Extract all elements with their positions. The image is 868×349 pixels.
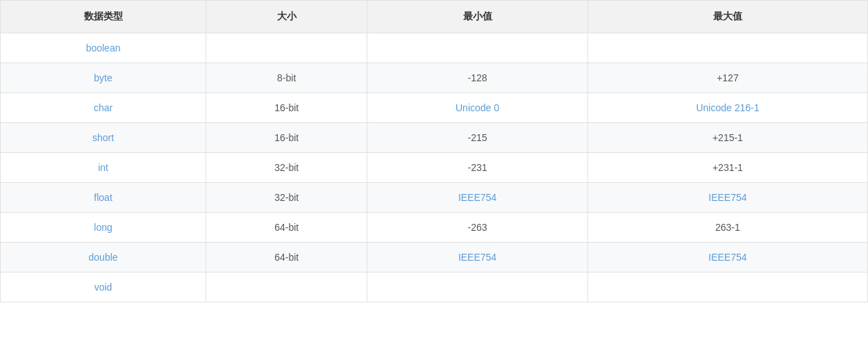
- cell-max: [587, 273, 867, 302]
- cell-size: [206, 33, 367, 63]
- cell-type: byte: [1, 63, 206, 93]
- cell-max: 263-1: [587, 213, 867, 243]
- cell-min: IEEE754: [367, 183, 588, 213]
- cell-type: double: [1, 243, 206, 273]
- cell-max: +215-1: [587, 123, 867, 153]
- cell-size: 8-bit: [206, 63, 367, 93]
- cell-max: +231-1: [587, 153, 867, 183]
- cell-type: char: [1, 93, 206, 123]
- cell-size: 32-bit: [206, 183, 367, 213]
- cell-max: [587, 33, 867, 63]
- cell-size: 64-bit: [206, 213, 367, 243]
- table-row: void: [1, 273, 868, 302]
- table-row: int32-bit-231+231-1: [1, 153, 868, 183]
- table-row: double64-bitIEEE754IEEE754: [1, 243, 868, 273]
- cell-type: float: [1, 183, 206, 213]
- table-row: char16-bitUnicode 0Unicode 216-1: [1, 93, 868, 123]
- table-row: byte8-bit-128+127: [1, 63, 868, 93]
- cell-size: [206, 273, 367, 302]
- header-size: 大小: [206, 1, 367, 33]
- data-type-table: 数据类型 大小 最小值 最大值 booleanbyte8-bit-128+127…: [0, 0, 868, 302]
- cell-type: int: [1, 153, 206, 183]
- cell-type: boolean: [1, 33, 206, 63]
- cell-max: IEEE754: [587, 183, 867, 213]
- cell-max: Unicode 216-1: [587, 93, 867, 123]
- header-type: 数据类型: [1, 1, 206, 33]
- cell-max: +127: [587, 63, 867, 93]
- cell-type: short: [1, 123, 206, 153]
- cell-max: IEEE754: [587, 243, 867, 273]
- table-row: long64-bit-263263-1: [1, 213, 868, 243]
- table-container: 数据类型 大小 最小值 最大值 booleanbyte8-bit-128+127…: [0, 0, 868, 302]
- cell-type: long: [1, 213, 206, 243]
- cell-size: 16-bit: [206, 93, 367, 123]
- cell-size: 16-bit: [206, 123, 367, 153]
- cell-min: -215: [367, 123, 588, 153]
- table-row: boolean: [1, 33, 868, 63]
- cell-min: [367, 33, 588, 63]
- cell-size: 64-bit: [206, 243, 367, 273]
- cell-min: -263: [367, 213, 588, 243]
- table-row: short16-bit-215+215-1: [1, 123, 868, 153]
- cell-min: Unicode 0: [367, 93, 588, 123]
- table-header-row: 数据类型 大小 最小值 最大值: [1, 1, 868, 33]
- cell-size: 32-bit: [206, 153, 367, 183]
- cell-min: IEEE754: [367, 243, 588, 273]
- cell-type: void: [1, 273, 206, 302]
- table-row: float32-bitIEEE754IEEE754: [1, 183, 868, 213]
- cell-min: -128: [367, 63, 588, 93]
- header-max: 最大值: [587, 1, 867, 33]
- cell-min: [367, 273, 588, 302]
- cell-min: -231: [367, 153, 588, 183]
- header-min: 最小值: [367, 1, 588, 33]
